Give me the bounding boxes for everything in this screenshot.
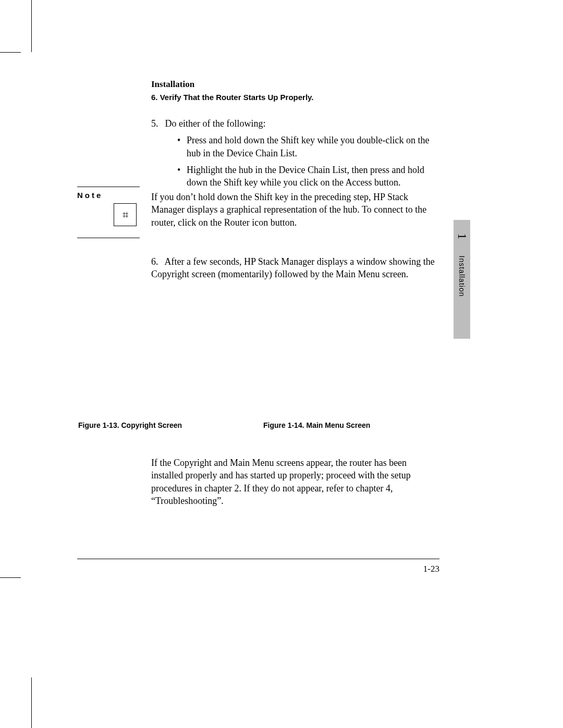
side-tab-chapter: 1 — [455, 228, 469, 245]
note-rule — [77, 238, 140, 238]
running-header-section: Installation — [151, 77, 313, 91]
page-number: 1-23 — [423, 564, 439, 574]
crop-mark — [31, 0, 32, 52]
step-5: 5. Do either of the following: Press and… — [151, 117, 440, 193]
step-6: 6. After a few seconds, HP Stack Manager… — [151, 255, 440, 281]
note-rule — [77, 187, 140, 187]
crop-mark — [0, 577, 21, 578]
closing-paragraph: If the Copyright and Main Menu screens a… — [151, 456, 440, 507]
running-header-subsection: 6. Verify That the Router Starts Up Prop… — [151, 91, 313, 104]
step-number: 6. — [151, 255, 163, 268]
note-text: If you don’t hold down the Shift key in … — [151, 191, 440, 229]
step-number: 5. — [151, 117, 163, 130]
list-item: Press and hold down the Shift key while … — [177, 134, 440, 159]
footer-rule — [77, 559, 439, 559]
figure-caption-right: Figure 1-14. Main Menu Screen — [263, 421, 370, 429]
figure-caption-left: Figure 1-13. Copyright Screen — [78, 421, 182, 429]
crop-mark — [0, 52, 21, 53]
side-tab-title: Installation — [458, 249, 466, 303]
note-label: Note — [77, 191, 103, 200]
step-text: After a few seconds, HP Stack Manager di… — [151, 256, 435, 279]
list-item: Highlight the hub in the Device Chain Li… — [177, 164, 440, 189]
side-tab: 1 Installation — [454, 220, 470, 339]
crop-mark — [31, 677, 32, 728]
network-hub-icon: ⌗ — [114, 203, 137, 226]
step-5-bullets: Press and hold down the Shift key while … — [151, 134, 440, 189]
running-header: Installation 6. Verify That the Router S… — [151, 77, 313, 104]
step-intro: Do either of the following: — [165, 118, 266, 129]
page: Installation 6. Verify That the Router S… — [0, 0, 563, 728]
